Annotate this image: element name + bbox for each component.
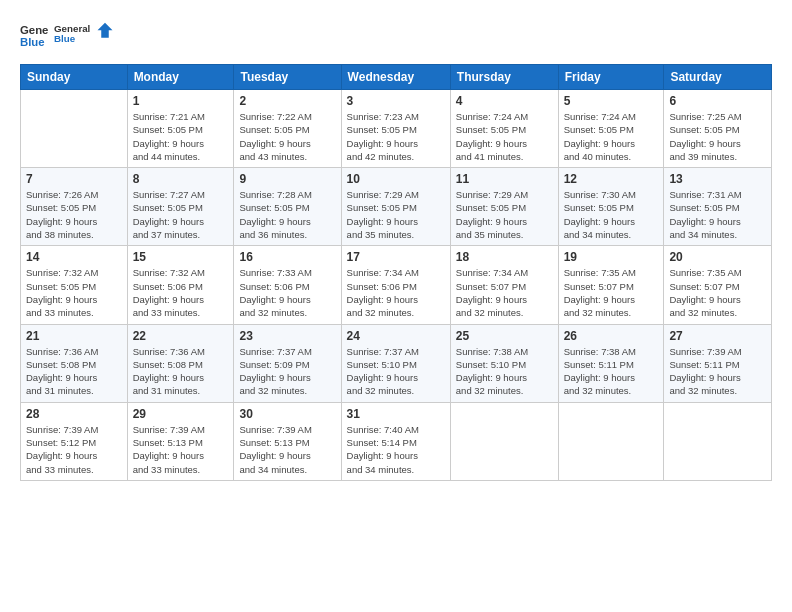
day-info: Sunrise: 7:39 AMSunset: 5:12 PMDaylight:… (26, 423, 122, 476)
header: General Blue General Blue (20, 18, 772, 54)
svg-text:Blue: Blue (20, 36, 45, 48)
day-number: 22 (133, 329, 229, 343)
day-number: 8 (133, 172, 229, 186)
day-info: Sunrise: 7:21 AMSunset: 5:05 PMDaylight:… (133, 110, 229, 163)
day-number: 23 (239, 329, 335, 343)
calendar-cell: 14Sunrise: 7:32 AMSunset: 5:05 PMDayligh… (21, 246, 128, 324)
day-info: Sunrise: 7:32 AMSunset: 5:05 PMDaylight:… (26, 266, 122, 319)
calendar-cell: 27Sunrise: 7:39 AMSunset: 5:11 PMDayligh… (664, 324, 772, 402)
calendar-cell: 10Sunrise: 7:29 AMSunset: 5:05 PMDayligh… (341, 168, 450, 246)
calendar-cell: 7Sunrise: 7:26 AMSunset: 5:05 PMDaylight… (21, 168, 128, 246)
calendar-cell: 16Sunrise: 7:33 AMSunset: 5:06 PMDayligh… (234, 246, 341, 324)
logo-svg: General Blue (54, 18, 114, 50)
weekday-header: Friday (558, 65, 664, 90)
day-info: Sunrise: 7:34 AMSunset: 5:06 PMDaylight:… (347, 266, 445, 319)
day-info: Sunrise: 7:37 AMSunset: 5:10 PMDaylight:… (347, 345, 445, 398)
calendar-cell (664, 402, 772, 480)
logo-icon: General Blue (20, 22, 48, 50)
svg-marker-5 (98, 23, 113, 38)
day-number: 14 (26, 250, 122, 264)
day-number: 21 (26, 329, 122, 343)
weekday-header: Wednesday (341, 65, 450, 90)
calendar-table: SundayMondayTuesdayWednesdayThursdayFrid… (20, 64, 772, 481)
weekday-header: Tuesday (234, 65, 341, 90)
day-info: Sunrise: 7:32 AMSunset: 5:06 PMDaylight:… (133, 266, 229, 319)
weekday-header: Saturday (664, 65, 772, 90)
day-info: Sunrise: 7:33 AMSunset: 5:06 PMDaylight:… (239, 266, 335, 319)
day-info: Sunrise: 7:24 AMSunset: 5:05 PMDaylight:… (564, 110, 659, 163)
calendar-cell: 13Sunrise: 7:31 AMSunset: 5:05 PMDayligh… (664, 168, 772, 246)
day-info: Sunrise: 7:40 AMSunset: 5:14 PMDaylight:… (347, 423, 445, 476)
day-info: Sunrise: 7:27 AMSunset: 5:05 PMDaylight:… (133, 188, 229, 241)
day-info: Sunrise: 7:29 AMSunset: 5:05 PMDaylight:… (347, 188, 445, 241)
day-number: 28 (26, 407, 122, 421)
weekday-header: Monday (127, 65, 234, 90)
day-number: 5 (564, 94, 659, 108)
day-number: 30 (239, 407, 335, 421)
calendar-cell: 2Sunrise: 7:22 AMSunset: 5:05 PMDaylight… (234, 90, 341, 168)
calendar-cell: 6Sunrise: 7:25 AMSunset: 5:05 PMDaylight… (664, 90, 772, 168)
day-info: Sunrise: 7:29 AMSunset: 5:05 PMDaylight:… (456, 188, 553, 241)
calendar-cell: 29Sunrise: 7:39 AMSunset: 5:13 PMDayligh… (127, 402, 234, 480)
day-number: 3 (347, 94, 445, 108)
day-number: 18 (456, 250, 553, 264)
day-number: 7 (26, 172, 122, 186)
calendar-cell: 20Sunrise: 7:35 AMSunset: 5:07 PMDayligh… (664, 246, 772, 324)
svg-text:General: General (20, 24, 48, 36)
day-number: 6 (669, 94, 766, 108)
day-number: 25 (456, 329, 553, 343)
calendar-cell: 11Sunrise: 7:29 AMSunset: 5:05 PMDayligh… (450, 168, 558, 246)
day-info: Sunrise: 7:28 AMSunset: 5:05 PMDaylight:… (239, 188, 335, 241)
day-info: Sunrise: 7:36 AMSunset: 5:08 PMDaylight:… (26, 345, 122, 398)
day-number: 12 (564, 172, 659, 186)
day-info: Sunrise: 7:35 AMSunset: 5:07 PMDaylight:… (669, 266, 766, 319)
calendar-cell: 30Sunrise: 7:39 AMSunset: 5:13 PMDayligh… (234, 402, 341, 480)
calendar-cell: 31Sunrise: 7:40 AMSunset: 5:14 PMDayligh… (341, 402, 450, 480)
day-number: 20 (669, 250, 766, 264)
day-number: 1 (133, 94, 229, 108)
day-number: 11 (456, 172, 553, 186)
calendar-cell: 1Sunrise: 7:21 AMSunset: 5:05 PMDaylight… (127, 90, 234, 168)
day-number: 10 (347, 172, 445, 186)
day-number: 31 (347, 407, 445, 421)
calendar-cell (558, 402, 664, 480)
day-number: 19 (564, 250, 659, 264)
calendar-cell: 5Sunrise: 7:24 AMSunset: 5:05 PMDaylight… (558, 90, 664, 168)
calendar-cell: 19Sunrise: 7:35 AMSunset: 5:07 PMDayligh… (558, 246, 664, 324)
day-number: 9 (239, 172, 335, 186)
day-info: Sunrise: 7:25 AMSunset: 5:05 PMDaylight:… (669, 110, 766, 163)
day-info: Sunrise: 7:38 AMSunset: 5:10 PMDaylight:… (456, 345, 553, 398)
day-number: 29 (133, 407, 229, 421)
day-info: Sunrise: 7:38 AMSunset: 5:11 PMDaylight:… (564, 345, 659, 398)
logo: General Blue General Blue (20, 18, 114, 54)
calendar-cell (450, 402, 558, 480)
day-info: Sunrise: 7:39 AMSunset: 5:11 PMDaylight:… (669, 345, 766, 398)
svg-text:General: General (54, 23, 91, 34)
calendar-cell: 17Sunrise: 7:34 AMSunset: 5:06 PMDayligh… (341, 246, 450, 324)
calendar-cell: 24Sunrise: 7:37 AMSunset: 5:10 PMDayligh… (341, 324, 450, 402)
day-info: Sunrise: 7:39 AMSunset: 5:13 PMDaylight:… (133, 423, 229, 476)
calendar-cell: 25Sunrise: 7:38 AMSunset: 5:10 PMDayligh… (450, 324, 558, 402)
day-info: Sunrise: 7:37 AMSunset: 5:09 PMDaylight:… (239, 345, 335, 398)
calendar-cell: 26Sunrise: 7:38 AMSunset: 5:11 PMDayligh… (558, 324, 664, 402)
day-number: 13 (669, 172, 766, 186)
day-info: Sunrise: 7:35 AMSunset: 5:07 PMDaylight:… (564, 266, 659, 319)
weekday-header: Thursday (450, 65, 558, 90)
day-info: Sunrise: 7:22 AMSunset: 5:05 PMDaylight:… (239, 110, 335, 163)
calendar-cell: 15Sunrise: 7:32 AMSunset: 5:06 PMDayligh… (127, 246, 234, 324)
calendar-cell: 12Sunrise: 7:30 AMSunset: 5:05 PMDayligh… (558, 168, 664, 246)
day-number: 4 (456, 94, 553, 108)
day-info: Sunrise: 7:39 AMSunset: 5:13 PMDaylight:… (239, 423, 335, 476)
calendar-cell: 28Sunrise: 7:39 AMSunset: 5:12 PMDayligh… (21, 402, 128, 480)
calendar-cell: 8Sunrise: 7:27 AMSunset: 5:05 PMDaylight… (127, 168, 234, 246)
day-number: 17 (347, 250, 445, 264)
calendar-cell: 22Sunrise: 7:36 AMSunset: 5:08 PMDayligh… (127, 324, 234, 402)
calendar-cell: 9Sunrise: 7:28 AMSunset: 5:05 PMDaylight… (234, 168, 341, 246)
calendar-cell (21, 90, 128, 168)
calendar-cell: 4Sunrise: 7:24 AMSunset: 5:05 PMDaylight… (450, 90, 558, 168)
day-number: 27 (669, 329, 766, 343)
day-info: Sunrise: 7:26 AMSunset: 5:05 PMDaylight:… (26, 188, 122, 241)
page: General Blue General Blue SundayMondayTu… (0, 0, 792, 612)
calendar-cell: 3Sunrise: 7:23 AMSunset: 5:05 PMDaylight… (341, 90, 450, 168)
day-number: 24 (347, 329, 445, 343)
